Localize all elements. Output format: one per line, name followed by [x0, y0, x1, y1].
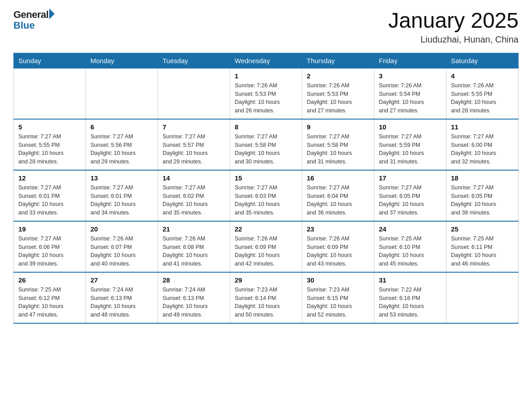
day-number: 6	[90, 123, 153, 131]
day-info: Sunrise: 7:26 AM Sunset: 6:08 PM Dayligh…	[163, 235, 225, 268]
calendar-week-row: 12Sunrise: 7:27 AM Sunset: 6:01 PM Dayli…	[14, 170, 519, 221]
day-info: Sunrise: 7:27 AM Sunset: 6:03 PM Dayligh…	[235, 184, 297, 217]
day-number: 22	[235, 225, 297, 233]
calendar-day-cell: 10Sunrise: 7:27 AM Sunset: 5:59 PM Dayli…	[374, 119, 446, 170]
logo: General Blue	[13, 9, 55, 31]
calendar-header-row: SundayMondayTuesdayWednesdayThursdayFrid…	[14, 53, 519, 68]
calendar-day-cell: 29Sunrise: 7:23 AM Sunset: 6:14 PM Dayli…	[230, 272, 302, 323]
calendar-day-cell: 31Sunrise: 7:22 AM Sunset: 6:16 PM Dayli…	[374, 272, 446, 323]
calendar-day-header: Saturday	[446, 53, 519, 68]
day-number: 14	[163, 174, 225, 182]
day-info: Sunrise: 7:26 AM Sunset: 5:55 PM Dayligh…	[451, 81, 514, 115]
day-number: 2	[307, 72, 369, 80]
day-info: Sunrise: 7:26 AM Sunset: 5:53 PM Dayligh…	[235, 81, 297, 115]
calendar-day-cell: 23Sunrise: 7:26 AM Sunset: 6:09 PM Dayli…	[302, 221, 374, 272]
day-number: 3	[379, 72, 442, 80]
day-number: 16	[307, 174, 369, 182]
calendar-day-cell: 8Sunrise: 7:27 AM Sunset: 5:58 PM Daylig…	[230, 119, 302, 170]
calendar-day-header: Monday	[86, 53, 158, 68]
calendar-week-row: 5Sunrise: 7:27 AM Sunset: 5:55 PM Daylig…	[14, 119, 519, 170]
calendar-subtitle: Liuduzhai, Hunan, China	[388, 34, 519, 45]
day-number: 17	[379, 174, 442, 182]
calendar-day-cell: 13Sunrise: 7:27 AM Sunset: 6:01 PM Dayli…	[86, 170, 158, 221]
calendar-week-row: 19Sunrise: 7:27 AM Sunset: 6:06 PM Dayli…	[14, 221, 519, 272]
day-number: 28	[163, 276, 225, 284]
day-number: 30	[307, 276, 369, 284]
calendar-day-cell: 12Sunrise: 7:27 AM Sunset: 6:01 PM Dayli…	[14, 170, 86, 221]
day-info: Sunrise: 7:25 AM Sunset: 6:12 PM Dayligh…	[18, 286, 81, 319]
calendar-day-cell: 3Sunrise: 7:26 AM Sunset: 5:54 PM Daylig…	[374, 68, 446, 119]
day-info: Sunrise: 7:23 AM Sunset: 6:15 PM Dayligh…	[307, 286, 369, 319]
calendar-table: SundayMondayTuesdayWednesdayThursdayFrid…	[13, 53, 519, 324]
day-info: Sunrise: 7:27 AM Sunset: 5:56 PM Dayligh…	[90, 133, 153, 166]
calendar-day-cell: 27Sunrise: 7:24 AM Sunset: 6:13 PM Dayli…	[86, 272, 158, 323]
day-info: Sunrise: 7:26 AM Sunset: 6:09 PM Dayligh…	[307, 235, 369, 268]
calendar-day-cell: 20Sunrise: 7:26 AM Sunset: 6:07 PM Dayli…	[86, 221, 158, 272]
calendar-day-cell	[86, 68, 158, 119]
day-number: 18	[451, 174, 514, 182]
day-number: 11	[451, 123, 514, 131]
day-info: Sunrise: 7:26 AM Sunset: 6:07 PM Dayligh…	[90, 235, 153, 268]
day-number: 8	[235, 123, 297, 131]
day-number: 4	[451, 72, 514, 80]
calendar-title: January 2025	[388, 9, 519, 33]
calendar-day-cell: 17Sunrise: 7:27 AM Sunset: 6:05 PM Dayli…	[374, 170, 446, 221]
day-info: Sunrise: 7:27 AM Sunset: 6:01 PM Dayligh…	[18, 184, 81, 217]
day-number: 21	[163, 225, 225, 233]
logo-blue-text: Blue	[13, 20, 55, 31]
day-info: Sunrise: 7:27 AM Sunset: 6:06 PM Dayligh…	[18, 235, 81, 268]
calendar-day-cell: 22Sunrise: 7:26 AM Sunset: 6:09 PM Dayli…	[230, 221, 302, 272]
day-info: Sunrise: 7:22 AM Sunset: 6:16 PM Dayligh…	[379, 286, 442, 319]
day-number: 23	[307, 225, 369, 233]
calendar-day-cell: 28Sunrise: 7:24 AM Sunset: 6:13 PM Dayli…	[158, 272, 230, 323]
day-number: 25	[451, 225, 514, 233]
calendar-day-header: Tuesday	[158, 53, 230, 68]
day-number: 31	[379, 276, 442, 284]
day-number: 5	[18, 123, 81, 131]
day-number: 10	[379, 123, 442, 131]
day-number: 20	[90, 225, 153, 233]
day-info: Sunrise: 7:27 AM Sunset: 6:05 PM Dayligh…	[451, 184, 514, 217]
day-info: Sunrise: 7:27 AM Sunset: 5:57 PM Dayligh…	[163, 133, 225, 166]
day-info: Sunrise: 7:27 AM Sunset: 5:58 PM Dayligh…	[235, 133, 297, 166]
calendar-day-header: Wednesday	[230, 53, 302, 68]
day-info: Sunrise: 7:27 AM Sunset: 6:01 PM Dayligh…	[90, 184, 153, 217]
day-info: Sunrise: 7:26 AM Sunset: 5:53 PM Dayligh…	[307, 81, 369, 115]
day-number: 27	[90, 276, 153, 284]
day-number: 24	[379, 225, 442, 233]
day-number: 26	[18, 276, 81, 284]
day-number: 15	[235, 174, 297, 182]
logo-arrow-icon	[49, 9, 55, 19]
day-number: 9	[307, 123, 369, 131]
calendar-day-cell	[14, 68, 86, 119]
calendar-day-cell: 30Sunrise: 7:23 AM Sunset: 6:15 PM Dayli…	[302, 272, 374, 323]
calendar-day-cell: 2Sunrise: 7:26 AM Sunset: 5:53 PM Daylig…	[302, 68, 374, 119]
logo-general-text: General	[13, 9, 48, 21]
day-info: Sunrise: 7:24 AM Sunset: 6:13 PM Dayligh…	[90, 286, 153, 319]
day-info: Sunrise: 7:26 AM Sunset: 5:54 PM Dayligh…	[379, 81, 442, 115]
day-info: Sunrise: 7:25 AM Sunset: 6:10 PM Dayligh…	[379, 235, 442, 268]
calendar-day-cell: 24Sunrise: 7:25 AM Sunset: 6:10 PM Dayli…	[374, 221, 446, 272]
day-info: Sunrise: 7:23 AM Sunset: 6:14 PM Dayligh…	[235, 286, 297, 319]
calendar-day-cell: 25Sunrise: 7:25 AM Sunset: 6:11 PM Dayli…	[446, 221, 519, 272]
day-info: Sunrise: 7:25 AM Sunset: 6:11 PM Dayligh…	[451, 235, 514, 268]
day-info: Sunrise: 7:27 AM Sunset: 6:04 PM Dayligh…	[307, 184, 369, 217]
calendar-day-cell: 1Sunrise: 7:26 AM Sunset: 5:53 PM Daylig…	[230, 68, 302, 119]
calendar-day-header: Sunday	[14, 53, 86, 68]
day-number: 13	[90, 174, 153, 182]
calendar-day-cell	[158, 68, 230, 119]
calendar-day-cell: 14Sunrise: 7:27 AM Sunset: 6:02 PM Dayli…	[158, 170, 230, 221]
calendar-week-row: 1Sunrise: 7:26 AM Sunset: 5:53 PM Daylig…	[14, 68, 519, 119]
calendar-day-cell: 26Sunrise: 7:25 AM Sunset: 6:12 PM Dayli…	[14, 272, 86, 323]
calendar-day-header: Friday	[374, 53, 446, 68]
calendar-day-cell: 6Sunrise: 7:27 AM Sunset: 5:56 PM Daylig…	[86, 119, 158, 170]
calendar-week-row: 26Sunrise: 7:25 AM Sunset: 6:12 PM Dayli…	[14, 272, 519, 323]
calendar-day-cell: 4Sunrise: 7:26 AM Sunset: 5:55 PM Daylig…	[446, 68, 519, 119]
calendar-day-header: Thursday	[302, 53, 374, 68]
day-number: 19	[18, 225, 81, 233]
calendar-day-cell: 18Sunrise: 7:27 AM Sunset: 6:05 PM Dayli…	[446, 170, 519, 221]
day-info: Sunrise: 7:24 AM Sunset: 6:13 PM Dayligh…	[163, 286, 225, 319]
calendar-day-cell: 15Sunrise: 7:27 AM Sunset: 6:03 PM Dayli…	[230, 170, 302, 221]
day-info: Sunrise: 7:27 AM Sunset: 5:58 PM Dayligh…	[307, 133, 369, 166]
day-number: 7	[163, 123, 225, 131]
